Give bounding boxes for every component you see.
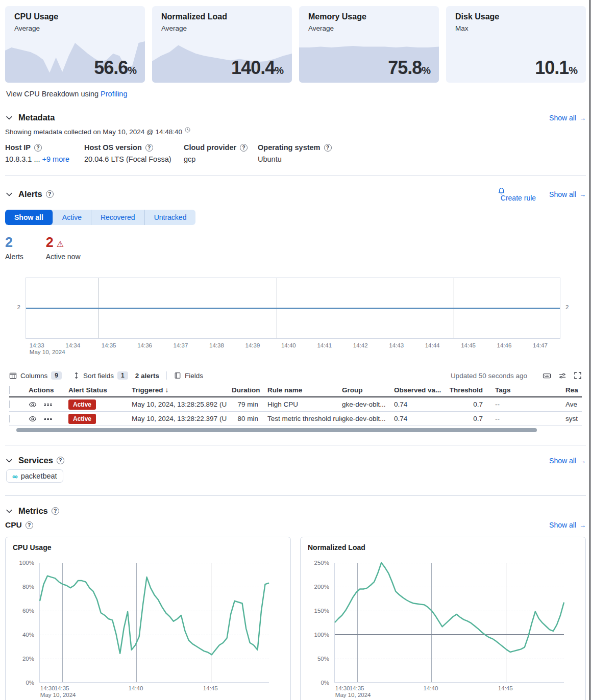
help-icon <box>34 144 42 152</box>
y-axis: 0%50%100%150%200%250% <box>308 563 334 683</box>
services-show-all-link[interactable]: Show all <box>549 457 586 465</box>
col-duration[interactable]: Duration <box>232 386 263 394</box>
timeline-plot-area[interactable] <box>26 278 560 339</box>
host-ip-more-link[interactable]: +9 more <box>42 155 70 163</box>
col-threshold[interactable]: Threshold <box>444 386 488 394</box>
fields-button[interactable]: Fields <box>174 372 203 380</box>
profiling-link[interactable]: Profiling <box>101 90 127 98</box>
table-horizontal-scrollbar <box>9 428 582 432</box>
y-tick-label: 80% <box>22 584 34 590</box>
filter-active[interactable]: Active <box>53 210 91 225</box>
col-actions[interactable]: Actions <box>29 386 68 394</box>
service-chip-packetbeat[interactable]: ∞ packetbeat <box>6 469 63 483</box>
metadata-show-all-link[interactable]: Show all <box>549 114 586 122</box>
x-tick-label: 14:45 <box>498 685 513 691</box>
row-checkbox[interactable] <box>9 415 10 422</box>
kpi-value: 140.4% <box>231 57 284 79</box>
services-title: Services <box>18 456 53 465</box>
row-checkbox[interactable] <box>9 401 10 408</box>
alerts-show-all-link[interactable]: Show all <box>549 190 586 198</box>
x-tick-label: 14:33 <box>30 342 44 348</box>
keyboard-shortcuts-icon[interactable] <box>543 372 551 380</box>
profiling-note: View CPU Breakdown using Profiling <box>6 90 586 98</box>
alert-status-filter-group: Show all Active Recovered Untracked <box>5 210 195 225</box>
more-actions-icon[interactable] <box>44 404 52 406</box>
kpi-card-memory-usage[interactable]: Memory Usage Average 75.8% <box>299 6 439 83</box>
y-tick-label: 60% <box>22 608 34 614</box>
cell-triggered: May 10, 2024, 13:28:25.892 (U <box>132 401 232 408</box>
metric-plot-area[interactable] <box>39 563 269 683</box>
col-triggered[interactable]: Triggered↓ <box>132 386 232 394</box>
metric-panel-cpu-usage: CPU Usage 0%20%40%60%80%100%14:3014:3514… <box>5 537 291 700</box>
x-tick-label: 14:38 <box>209 342 224 348</box>
services-section: Services Show all ∞ packetbeat <box>5 456 586 496</box>
select-all-checkbox[interactable] <box>9 386 10 394</box>
x-tick-label: 14:45 <box>461 342 476 348</box>
y-tick-label: 100% <box>19 560 34 566</box>
cell-observed: 0.74 <box>394 415 444 422</box>
cell-duration: 79 min <box>232 401 263 408</box>
filter-recovered[interactable]: Recovered <box>91 210 145 225</box>
cell-duration: 80 min <box>232 415 263 422</box>
x-tick-label: 14:42 <box>353 342 368 348</box>
col-tags[interactable]: Tags <box>488 386 565 394</box>
chevron-down-icon[interactable] <box>5 507 13 515</box>
columns-button[interactable]: Columns 9 <box>9 371 62 380</box>
view-alert-eye-icon[interactable] <box>29 401 37 409</box>
chevron-down-icon[interactable] <box>5 114 13 122</box>
status-badge: Active <box>68 399 96 410</box>
scrollbar-thumb[interactable] <box>16 428 537 432</box>
cpu-usage-chart[interactable]: 0%20%40%60%80%100%14:3014:3514:4014:45Ma… <box>13 563 283 700</box>
display-options-icon[interactable] <box>558 372 567 380</box>
x-axis-date-label: May 10, 2024 <box>40 692 76 698</box>
kpi-card-disk-usage[interactable]: Disk Usage Max 10.1% <box>446 6 586 83</box>
bell-icon <box>498 187 536 195</box>
filter-untracked[interactable]: Untracked <box>145 210 196 225</box>
y-tick-label: 20% <box>22 656 34 662</box>
x-tick-label: 14:35 <box>102 342 116 348</box>
alerts-count-text: 2 alerts <box>135 372 159 380</box>
cell-group: gke-dev-oblt... <box>342 401 394 408</box>
metrics-title: Metrics <box>18 506 48 516</box>
y-tick-label: 100% <box>314 632 329 638</box>
help-icon <box>26 521 33 529</box>
filter-show-all[interactable]: Show all <box>5 210 53 225</box>
create-rule-link[interactable]: Create rule <box>498 186 536 202</box>
sort-icon <box>73 372 80 379</box>
cell-rule-name: Test metric threshold rule <box>263 415 342 422</box>
help-icon <box>145 144 153 152</box>
alerts-timeline-chart[interactable]: 2214:3314:3414:3514:3614:3714:3814:3914:… <box>5 278 586 358</box>
col-reason[interactable]: Rea <box>565 386 591 394</box>
cpu-metrics-show-all-link[interactable]: Show all <box>549 521 586 529</box>
cell-reason: Ave <box>565 401 591 408</box>
x-tick-label: 14:47 <box>533 342 548 348</box>
x-tick-label: 14:36 <box>137 342 152 348</box>
y-tick-label: 150% <box>314 608 329 614</box>
alerts-title: Alerts <box>18 189 42 199</box>
view-alert-eye-icon[interactable] <box>29 415 37 423</box>
metric-plot-area[interactable] <box>334 563 564 683</box>
alerts-count-stat: 2 Alerts <box>5 235 23 261</box>
sort-fields-button[interactable]: Sort fields 1 <box>73 371 128 380</box>
normalized-load-chart[interactable]: 0%50%100%150%200%250%14:3014:3514:4014:4… <box>308 563 578 700</box>
table-row: Active May 10, 2024, 13:28:25.892 (U 79 … <box>9 397 582 412</box>
col-group[interactable]: Group <box>342 386 394 394</box>
col-alert-status[interactable]: Alert Status <box>68 386 132 394</box>
col-observed-value[interactable]: Observed va... <box>394 386 444 394</box>
metric-chart-title: CPU Usage <box>13 543 283 552</box>
chevron-down-icon[interactable] <box>5 457 13 465</box>
more-actions-icon[interactable] <box>44 418 52 420</box>
window-edge <box>589 0 590 700</box>
kpi-value: 10.1% <box>535 57 578 79</box>
metadata-field-host-ip: Host IP 10.8.3.1 ...+9 more <box>5 143 84 163</box>
col-rule-name[interactable]: Rule name <box>263 386 342 394</box>
y-tick-label: 0% <box>26 680 34 686</box>
cell-threshold: 0.7 <box>444 401 488 408</box>
chevron-down-icon[interactable] <box>5 190 13 198</box>
y-tick-label: 250% <box>314 560 329 566</box>
kpi-card-cpu-usage[interactable]: CPU Usage Average 56.6% <box>5 6 145 83</box>
help-icon <box>52 507 59 515</box>
fullscreen-icon[interactable] <box>574 371 582 380</box>
kpi-card-normalized-load[interactable]: Normalized Load Average 140.4% <box>152 6 292 83</box>
x-tick-label: 14:35 <box>55 685 69 691</box>
